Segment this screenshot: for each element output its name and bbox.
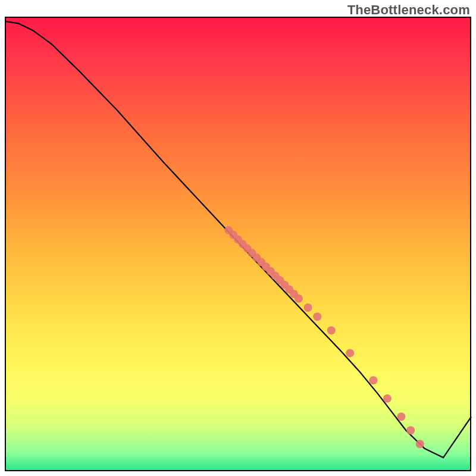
watermark-label: TheBottleneck.com — [347, 2, 470, 18]
data-point — [416, 440, 424, 448]
data-point — [327, 326, 336, 334]
data-point — [406, 426, 415, 434]
data-point — [304, 303, 312, 312]
data-point — [383, 394, 392, 403]
chart-svg — [5, 17, 471, 471]
data-point — [397, 412, 405, 421]
data-point — [369, 376, 377, 384]
chart-frame: TheBottleneck.com — [0, 0, 476, 476]
data-point — [295, 295, 303, 303]
data-point — [313, 312, 321, 321]
data-point — [346, 349, 354, 357]
